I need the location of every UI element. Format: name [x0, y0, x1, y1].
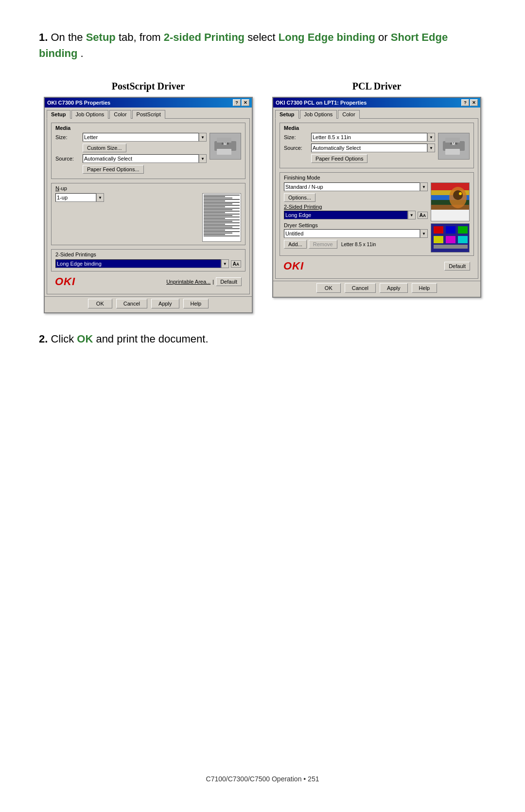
ps-twosided-legend: 2-Sided Printings [55, 252, 241, 257]
pcl-help-action-btn[interactable]: Help [412, 283, 438, 293]
ps-size-select[interactable]: Letter ▼ [83, 133, 207, 142]
ps-media-legend: Media [55, 125, 241, 131]
pcl-finishing-select[interactable]: Standard / N-up ▼ [284, 182, 428, 191]
ps-unprintable-link[interactable]: Unprintable Area... [166, 279, 210, 285]
pcl-close-btn[interactable]: ✕ [470, 99, 478, 106]
step-2-ok: OK [77, 333, 93, 345]
pcl-finishing-arrow[interactable]: ▼ [420, 182, 428, 191]
ps-nup-arrow[interactable]: ▼ [96, 193, 104, 202]
pcl-finishing-value: Standard / N-up [284, 182, 420, 191]
pl13 [204, 212, 225, 213]
ps-nup-value: 1-up [55, 193, 96, 202]
pcl-dryer-arrow[interactable]: ▼ [420, 229, 428, 238]
pcl-color-blocks [431, 223, 470, 253]
ps-paper-feed-btn[interactable]: Paper Feed Options... [83, 165, 144, 174]
ps-help-btn[interactable]: ? [233, 99, 241, 106]
pcl-size-label: Size: [284, 134, 308, 140]
ps-custom-size-row: Custom Size... [55, 144, 207, 152]
pcl-finishing-left: Standard / N-up ▼ Options... 2-Sided Pri… [284, 182, 428, 253]
pcl-titlebar: OKI C7300 PCL on LPT1: Properties ? ✕ [273, 98, 480, 108]
ps-tab-color[interactable]: Color [109, 110, 131, 119]
ps-cancel-btn[interactable]: Cancel [116, 299, 147, 308]
pcl-twosided-arrow[interactable]: ▼ [408, 211, 416, 219]
svg-point-17 [453, 190, 463, 200]
ps-preview-doc [202, 193, 241, 242]
pcl-tab-setup[interactable]: Setup [275, 110, 299, 119]
ps-close-btn[interactable]: ✕ [242, 99, 249, 106]
pl5 [204, 200, 225, 201]
pl18 [204, 219, 240, 220]
ps-twosided-select[interactable]: Long Edge binding ▼ [55, 259, 229, 268]
pcl-tab-color[interactable]: Color [338, 110, 359, 119]
pl9 [204, 206, 225, 207]
pcl-size-value: Letter 8.5 x 11in [311, 133, 427, 142]
postscript-dialog: OKI C7300 PS Properties ? ✕ Setup Job Op… [44, 97, 253, 313]
ps-apply-btn[interactable]: Apply [151, 299, 179, 308]
pcl-aa-icon: AA [418, 212, 428, 219]
step-2-text: Click [51, 333, 77, 345]
pcl-options-row: Options... [284, 193, 428, 202]
ps-content-area: Size: Letter ▼ Custom Size... Source: [55, 133, 241, 176]
ps-footer-links: Unprintable Area... | Default [166, 277, 242, 286]
svg-point-18 [459, 192, 462, 195]
svg-rect-2 [217, 149, 231, 155]
pcl-action-btns: OK Cancel Apply Help [273, 281, 480, 297]
ps-tab-postscript[interactable]: PostScript [132, 110, 165, 119]
pcl-dialog-footer: OKI Default [280, 260, 474, 274]
pcl-default-btn[interactable]: Default [444, 262, 470, 271]
pcl-remove-btn[interactable]: Remove [309, 240, 337, 249]
postscript-driver-col: PostScript Driver OKI C7300 PS Propertie… [41, 81, 255, 313]
pl3 [204, 198, 232, 198]
pcl-apply-btn[interactable]: Apply [380, 283, 408, 293]
pcl-size-arrow[interactable]: ▼ [427, 133, 435, 142]
ps-footer-sep: | [212, 279, 214, 285]
ps-ok-btn[interactable]: OK [88, 299, 112, 308]
svg-rect-21 [446, 226, 455, 234]
ps-help-action-btn[interactable]: Help [183, 299, 209, 308]
ps-source-arrow[interactable]: ▼ [199, 154, 207, 163]
pl22 [204, 225, 240, 226]
pcl-media-legend: Media [284, 125, 470, 131]
pcl-dialog-title: OKI C7300 PCL on LPT1: Properties [276, 100, 367, 106]
drivers-row: PostScript Driver OKI C7300 PS Propertie… [39, 81, 486, 313]
pcl-twosided-value: Long Edge [284, 211, 408, 219]
step-2-rest: and print the document. [96, 333, 208, 345]
pcl-finishing-legend: Finishing Mode [284, 175, 470, 180]
ps-dialog-footer: OKI Unprintable Area... | Default [51, 275, 245, 290]
setup-tab-ref: Setup [86, 31, 116, 43]
ps-titlebar: OKI C7300 PS Properties ? ✕ [45, 98, 252, 108]
ps-twosided-arrow[interactable]: ▼ [221, 259, 229, 268]
pcl-help-btn[interactable]: ? [461, 99, 469, 106]
footer-text: C7100/C7300/C7500 Operation • 251 [206, 775, 319, 783]
pcl-cancel-btn[interactable]: Cancel [345, 283, 376, 293]
pcl-paper-feed-btn[interactable]: Paper Feed Options [311, 154, 368, 163]
ps-size-arrow[interactable]: ▼ [199, 133, 207, 142]
pcl-source-arrow[interactable]: ▼ [427, 144, 435, 152]
pcl-tab-joboptions[interactable]: Job Options [300, 110, 337, 119]
ps-tab-setup[interactable]: Setup [47, 110, 70, 119]
ps-source-select[interactable]: Automatically Select ▼ [83, 154, 207, 163]
pl24 [204, 228, 240, 229]
ps-tab-joboptions[interactable]: Job Options [71, 110, 109, 119]
pl29 [204, 235, 240, 236]
pcl-add-btn[interactable]: Add... [284, 240, 307, 249]
pl8 [204, 205, 240, 206]
ps-custom-size-btn[interactable]: Custom Size... [83, 144, 126, 152]
pcl-twosided-select[interactable]: Long Edge ▼ [284, 211, 416, 219]
pcl-dialog: OKI C7300 PCL on LPT1: Properties ? ✕ Se… [272, 97, 481, 298]
pcl-size-select[interactable]: Letter 8.5 x 11in ▼ [311, 133, 435, 142]
ps-nup-preview [202, 193, 241, 242]
printer-icon: M [212, 135, 239, 157]
pcl-source-select[interactable]: Automatically Select ▼ [311, 144, 435, 152]
pcl-preview-svg [431, 183, 470, 221]
pl14 [204, 214, 240, 215]
ps-default-btn[interactable]: Default [216, 277, 242, 286]
pcl-dryer-select[interactable]: Untitled ▼ [284, 229, 428, 238]
ps-nup-select[interactable]: 1-up ▼ [55, 193, 104, 202]
pcl-titlebar-controls: ? ✕ [461, 99, 478, 106]
pcl-ok-btn[interactable]: OK [316, 283, 341, 293]
ps-size-label: Size: [55, 134, 80, 140]
pcl-title: PCL Driver [352, 81, 402, 92]
pcl-options-btn[interactable]: Options... [284, 193, 315, 202]
ps-preview-lines [204, 195, 240, 236]
